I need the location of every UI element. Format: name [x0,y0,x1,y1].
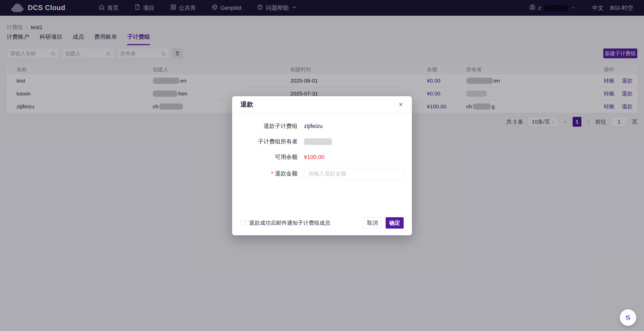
field-refund-amount: *退款金额 [240,168,404,179]
field-value-redacted [304,138,332,145]
field-group-owner: 子计费组所有者 [240,137,404,146]
field-label: 可用余额 [240,153,298,161]
notify-checkbox[interactable] [240,220,246,226]
close-icon[interactable] [398,102,404,107]
field-label: *退款金额 [240,170,298,177]
modal-header: 退款 [232,96,412,113]
notify-members-option[interactable]: 退款成功后邮件通知子计费组成员 [240,219,330,227]
redacted-text [304,138,332,145]
modal-title: 退款 [240,100,253,109]
modal-footer: 退款成功后邮件通知子计费组成员 取消 确定 [232,217,412,235]
field-value: zijifeizu [304,123,323,130]
modal-body: 退款子计费组 zijifeizu 子计费组所有者 可用余额 ¥100.00 *退… [232,113,412,179]
scroll-transfer-fab[interactable] [620,309,636,326]
refund-amount-input[interactable] [304,168,404,179]
up-down-arrows-icon [624,314,632,321]
modal-buttons: 取消 确定 [363,217,404,229]
required-asterisk: * [271,170,273,177]
notify-label: 退款成功后邮件通知子计费组成员 [249,219,330,227]
page: DCS Cloud 首页 项目 公共库 [0,0,644,331]
confirm-button[interactable]: 确定 [386,217,404,229]
field-label: 退款子计费组 [240,122,298,130]
field-label: 子计费组所有者 [240,138,298,146]
available-balance-value: ¥100.00 [304,154,325,160]
field-available-balance: 可用余额 ¥100.00 [240,152,404,162]
field-refund-group: 退款子计费组 zijifeizu [240,122,404,131]
refund-modal: 退款 退款子计费组 zijifeizu 子计费组所有者 可用余额 ¥100.00 [232,96,412,235]
cancel-button[interactable]: 取消 [363,217,382,229]
